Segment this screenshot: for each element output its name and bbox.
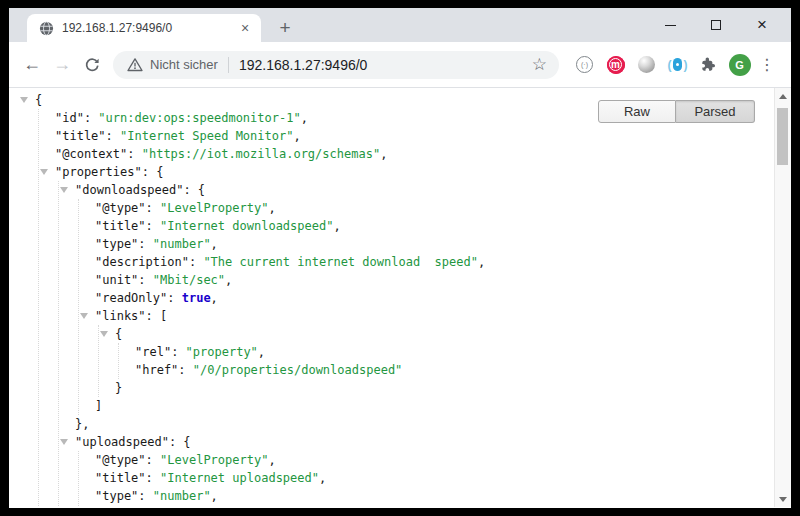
json-token: "rel" [135,345,171,359]
circle-extension-button[interactable]: (·) [569,56,600,73]
json-token: } [115,381,122,395]
scrollbar-thumb[interactable] [777,108,788,165]
json-token: : [138,273,152,287]
json-line: "unit": "Mbit/sec", [9,271,774,289]
json-line: "rel": "property", [9,343,774,361]
json-token: : [178,363,192,377]
json-rows: {"id": "urn:dev:ops:speedmonitor-1","tit… [9,91,774,507]
bookmark-star-icon[interactable]: ☆ [532,54,547,75]
json-token: , [211,291,218,305]
json-token: , [293,129,300,143]
json-token: "title" [95,219,146,233]
json-token: : [138,489,152,503]
scroll-down-icon [779,497,787,502]
close-button[interactable]: × [739,12,785,38]
json-token: : { [183,183,205,197]
forward-button[interactable]: → [47,54,77,75]
json-token: : [84,111,98,125]
json-token: "id" [55,111,84,125]
circle-extension-icon: (·) [576,56,593,73]
window-controls: × [647,8,785,42]
new-tab-button[interactable]: + [272,15,298,41]
json-token: { [115,327,122,341]
address-bar[interactable]: Nicht sicher 192.168.1.27:9496/0 ☆ [113,51,559,79]
parsed-button[interactable]: Parsed [676,100,755,123]
json-line: "type": "number", [9,487,774,505]
scroll-up-icon [779,94,787,99]
json-line: "@context": "https://iot.mozilla.org/sch… [9,145,774,163]
json-token: "LevelProperty" [160,201,268,215]
json-line: "title": "Internet Speed Monitor", [9,127,774,145]
json-token: "number" [153,489,211,503]
json-token: "type" [95,237,138,251]
tab-close-icon[interactable]: × [237,20,253,36]
json-token: "https://iot.mozilla.org/schemas" [142,147,380,161]
json-line: }, [9,415,774,433]
collapse-arrow-icon[interactable] [80,313,88,319]
collapse-arrow-icon[interactable] [40,169,48,175]
json-line: "@type": "LevelProperty", [9,199,774,217]
json-token: : [146,201,160,215]
json-token: , [211,237,218,251]
reload-button[interactable] [77,57,107,73]
browser-tab[interactable]: 192.168.1.27:9496/0 × [27,14,261,42]
maximize-icon [711,20,721,30]
globe-favicon-icon [39,21,54,36]
json-token: , [333,219,340,233]
json-line: "properties": { [9,163,774,181]
reload-icon [84,57,100,73]
scroll-up-button[interactable] [775,88,791,104]
collapse-arrow-icon[interactable] [100,331,108,337]
json-token: : [146,219,160,233]
url-text[interactable]: 192.168.1.27:9496/0 [239,57,532,73]
extension-icons-row: (·) m ( ) G ⋮ [569,54,779,76]
json-line: ] [9,397,774,415]
security-label[interactable]: Nicht sicher [150,57,218,72]
back-button[interactable]: ← [17,54,47,75]
minimize-button[interactable] [647,12,693,38]
json-token: "Internet Speed Monitor" [120,129,293,143]
json-token: "@context" [55,147,127,161]
m-extension-button[interactable]: m [600,56,631,74]
audio-wave-right: ) [684,58,688,72]
browser-menu-button[interactable]: ⋮ [755,55,779,74]
json-line: "type": "number", [9,235,774,253]
json-line: "title": "Internet uploadspeed", [9,469,774,487]
scrollbar[interactable] [774,88,791,507]
json-line: "description": "The current internet dow… [9,253,774,271]
json-token: "/0/properties/downloadspeed" [193,363,403,377]
json-token: "href" [135,363,178,377]
address-separator [228,57,229,73]
json-token: ] [95,399,102,413]
json-token: "The current internet download speed" [203,255,478,269]
json-token: "LevelProperty" [160,453,268,467]
json-line: "@type": "LevelProperty", [9,451,774,469]
json-line: "uploadspeed": { [9,433,774,451]
audio-core [673,58,682,71]
audio-extension-button[interactable]: ( ) [662,56,693,74]
raw-button[interactable]: Raw [598,100,676,123]
scroll-down-button[interactable] [775,491,791,507]
raw-parsed-toggle: Raw Parsed [598,100,755,123]
json-token: , [225,273,232,287]
json-token: "number" [153,237,211,251]
tab-strip: 192.168.1.27:9496/0 × + × [9,8,791,42]
json-token: , [268,201,275,215]
collapse-arrow-icon[interactable] [60,187,68,193]
json-token: "Mbit/sec" [153,273,225,287]
json-token: : [146,453,160,467]
json-token: : [189,255,203,269]
collapse-arrow-icon[interactable] [20,97,28,103]
json-token: "readOnly" [95,291,167,305]
extensions-menu-button[interactable] [693,56,724,73]
close-icon: × [757,20,767,30]
sphere-extension-button[interactable] [631,56,662,73]
security-warning-icon[interactable] [127,57,143,72]
browser-window: 192.168.1.27:9496/0 × + × ← → [9,8,791,508]
json-token: { [35,93,42,107]
json-token: "Internet downloadspeed" [160,219,333,233]
profile-button[interactable]: G [724,54,755,76]
maximize-button[interactable] [693,12,739,38]
json-token: : [138,237,152,251]
collapse-arrow-icon[interactable] [60,439,68,445]
